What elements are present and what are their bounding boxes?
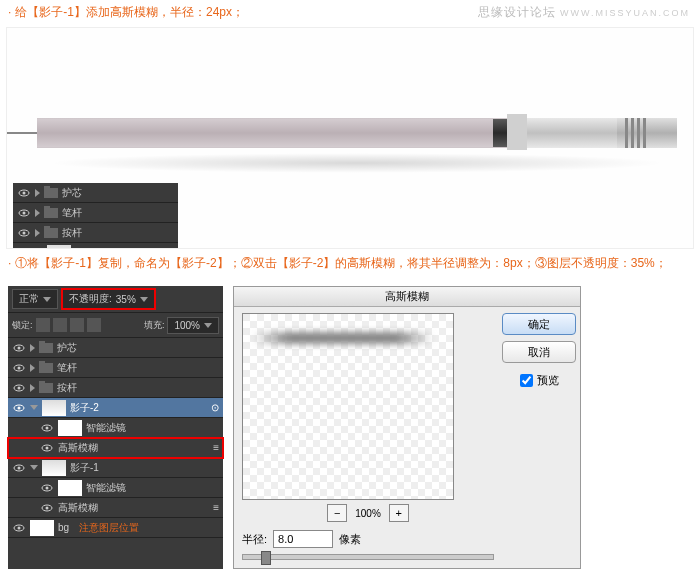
chevron-down-icon	[140, 297, 148, 302]
layer-row[interactable]: 按杆	[13, 223, 178, 243]
layer-row[interactable]: 护芯	[8, 338, 223, 358]
visibility-icon[interactable]	[12, 401, 26, 415]
watermark-url: WWW.MISSYUAN.COM	[560, 8, 690, 18]
layers-panel-2: 正常 不透明度: 35% 锁定: 填充: 100% 护芯 笔杆 按杆 影子-2⊙…	[8, 286, 223, 569]
visibility-icon[interactable]	[40, 481, 54, 495]
visibility-icon[interactable]	[17, 226, 31, 240]
layer-label: 护芯	[62, 186, 82, 200]
folder-icon	[44, 228, 58, 238]
svg-point-1	[23, 191, 26, 194]
visibility-icon[interactable]	[12, 521, 26, 535]
layer-row-selected[interactable]: 影子-2⊙	[8, 398, 223, 418]
layer-thumb	[30, 520, 54, 536]
layer-thumb	[47, 245, 71, 250]
filter-label: 高斯模糊	[58, 441, 98, 455]
radius-slider[interactable]	[242, 554, 494, 560]
gaussian-blur-dialog: 高斯模糊 − 100% + 半径: 像素 确定	[233, 286, 581, 569]
smart-icon: ⊙	[211, 402, 219, 413]
opacity-field[interactable]: 不透明度: 35%	[62, 289, 155, 309]
visibility-icon[interactable]	[17, 206, 31, 220]
filter-label: 智能滤镜	[86, 481, 126, 495]
layer-row[interactable]: 笔杆	[13, 203, 178, 223]
svg-point-21	[18, 406, 21, 409]
visibility-icon[interactable]	[40, 441, 54, 455]
expand-icon[interactable]	[30, 384, 35, 392]
pencil-graphic	[37, 118, 677, 148]
expand-icon[interactable]	[35, 229, 40, 237]
preview-content	[253, 332, 433, 344]
preview-check-input[interactable]	[520, 374, 533, 387]
visibility-icon[interactable]	[12, 461, 26, 475]
visibility-icon[interactable]	[40, 501, 54, 515]
smart-filter-row[interactable]: 智能滤镜	[8, 418, 223, 438]
dialog-title: 高斯模糊	[234, 287, 580, 307]
layer-row[interactable]: 按杆	[8, 378, 223, 398]
svg-point-27	[18, 466, 21, 469]
smart-filter-row[interactable]: 智能滤镜	[8, 478, 223, 498]
zoom-in-button[interactable]: +	[389, 504, 409, 522]
lock-paint-icon[interactable]	[53, 318, 67, 332]
ok-button[interactable]: 确定	[502, 313, 576, 335]
layer-row[interactable]: 护芯	[13, 183, 178, 203]
filter-row-highlighted[interactable]: 高斯模糊≡	[8, 438, 223, 458]
svg-point-29	[46, 486, 49, 489]
layer-label: 影子-1	[70, 461, 99, 475]
preview-checkbox[interactable]: 预览	[520, 373, 559, 388]
lock-move-icon[interactable]	[70, 318, 84, 332]
mask-thumb	[58, 420, 82, 436]
radius-unit: 像素	[339, 532, 361, 547]
svg-point-25	[46, 446, 49, 449]
filter-label: 智能滤镜	[86, 421, 126, 435]
pencil-shadow	[47, 153, 667, 173]
folder-icon	[39, 343, 53, 353]
cancel-button[interactable]: 取消	[502, 341, 576, 363]
svg-point-31	[46, 506, 49, 509]
radius-input[interactable]	[273, 530, 333, 548]
visibility-icon[interactable]	[12, 341, 26, 355]
visibility-icon[interactable]	[17, 186, 31, 200]
expand-icon[interactable]	[35, 189, 40, 197]
canvas: 护芯 笔杆 按杆 影子-1⊙ 智能滤镜 高斯模糊≡ bg	[6, 27, 694, 249]
blend-mode-select[interactable]: 正常	[12, 289, 58, 309]
lock-all-icon[interactable]	[87, 318, 101, 332]
svg-point-5	[23, 231, 26, 234]
bullet-icon: ·	[8, 5, 11, 19]
layer-label: 按杆	[57, 381, 77, 395]
layer-label: 影子-2	[70, 401, 99, 415]
svg-point-15	[18, 346, 21, 349]
visibility-icon[interactable]	[12, 381, 26, 395]
svg-point-23	[46, 426, 49, 429]
svg-point-33	[18, 526, 21, 529]
layer-row[interactable]: bg注意图层位置	[8, 518, 223, 538]
instruction-2: ①将【影子-1】复制，命名为【影子-2】；②双击【影子-2】的高斯模糊，将其半径…	[15, 256, 666, 270]
slider-handle[interactable]	[261, 551, 271, 565]
expand-icon[interactable]	[30, 405, 38, 410]
filter-row[interactable]: 高斯模糊≡	[8, 498, 223, 518]
layer-row[interactable]: 影子-1⊙	[13, 243, 178, 249]
filter-label: 高斯模糊	[58, 501, 98, 515]
visibility-icon[interactable]	[17, 246, 31, 250]
expand-icon[interactable]	[35, 209, 40, 217]
expand-icon[interactable]	[30, 364, 35, 372]
filter-options-icon[interactable]: ≡	[213, 442, 219, 453]
fill-field[interactable]: 100%	[167, 317, 219, 334]
layer-label: 笔杆	[57, 361, 77, 375]
note-text: 注意图层位置	[79, 521, 139, 535]
svg-point-17	[18, 366, 21, 369]
layer-label: 护芯	[57, 341, 77, 355]
lock-transparent-icon[interactable]	[36, 318, 50, 332]
layer-label: 影子-1	[75, 246, 104, 250]
layer-thumb	[42, 400, 66, 416]
expand-icon[interactable]	[30, 344, 35, 352]
mask-thumb	[58, 480, 82, 496]
visibility-icon[interactable]	[12, 361, 26, 375]
chevron-down-icon	[204, 323, 212, 328]
visibility-icon[interactable]	[40, 421, 54, 435]
fill-label: 填充:	[144, 319, 165, 332]
expand-icon[interactable]	[30, 465, 38, 470]
filter-options-icon[interactable]: ≡	[213, 502, 219, 513]
zoom-out-button[interactable]: −	[327, 504, 347, 522]
blur-preview[interactable]	[242, 313, 454, 500]
layer-row[interactable]: 笔杆	[8, 358, 223, 378]
layer-row[interactable]: 影子-1	[8, 458, 223, 478]
